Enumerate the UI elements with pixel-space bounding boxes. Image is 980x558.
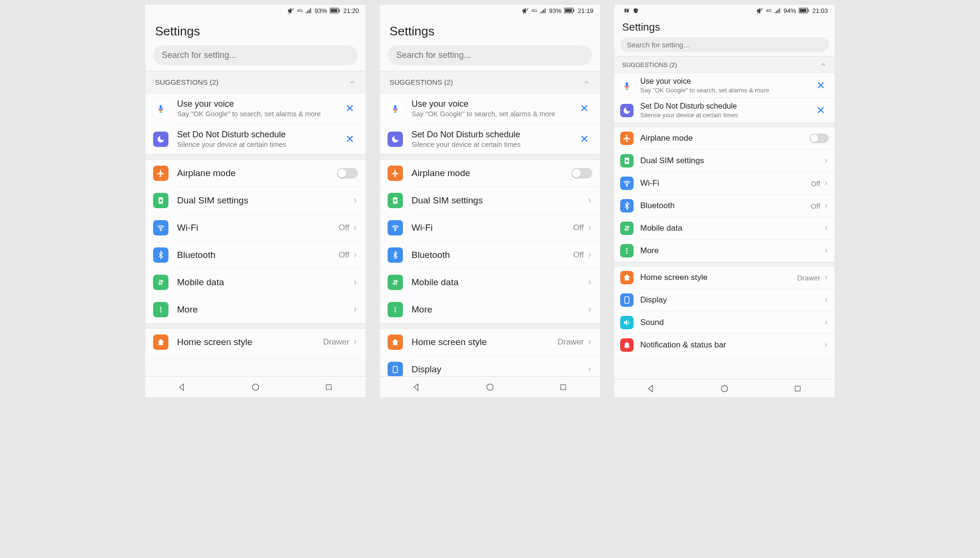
dismiss-button[interactable]: ✕ (576, 131, 592, 147)
battery-icon (798, 7, 810, 14)
nav-home-button[interactable] (719, 383, 730, 394)
suggestion-subtitle: Say "OK Google" to search, set alarms & … (412, 110, 572, 118)
row-label: Notification & status bar (640, 340, 823, 350)
setting-row-airplane[interactable]: Airplane mode (145, 160, 366, 187)
svg-point-29 (626, 248, 628, 249)
setting-row-home[interactable]: Home screen style Drawer (614, 267, 835, 289)
setting-row-more[interactable]: More (380, 296, 600, 323)
chevron-up-icon (819, 61, 827, 68)
moon-icon (153, 132, 168, 147)
setting-row-mobiledata[interactable]: Mobile data (145, 269, 366, 296)
signal-icon (774, 7, 781, 14)
suggestion-item[interactable]: Use your voice Say "OK Google" to search… (380, 93, 600, 123)
suggestion-item[interactable]: Set Do Not Disturb schedule Silence your… (145, 124, 366, 154)
suggestion-item[interactable]: Use your voice Say "OK Google" to search… (614, 73, 835, 98)
suggestion-item[interactable]: Set Do Not Disturb schedule Silence your… (380, 124, 600, 154)
setting-row-bluetooth[interactable]: Bluetooth Off (380, 242, 600, 268)
setting-row-wifi[interactable]: Wi-Fi Off (614, 172, 835, 194)
mute-icon (522, 7, 529, 14)
chevron-right-icon (823, 275, 829, 280)
setting-row-bluetooth[interactable]: Bluetooth Off (145, 242, 366, 268)
page-title: Settings (380, 16, 600, 45)
search-input[interactable] (153, 45, 358, 65)
chevron-right-icon (823, 203, 829, 209)
setting-row-home[interactable]: Home screen style Drawer (145, 329, 366, 356)
setting-row-sim[interactable]: Dual SIM settings (614, 150, 835, 172)
suggestion-subtitle: Say "OK Google" to search, set alarms & … (640, 87, 809, 94)
chevron-right-icon (352, 279, 358, 285)
setting-row-sim[interactable]: Dual SIM settings (380, 187, 600, 214)
sim-icon (620, 154, 634, 167)
signal-icon (305, 7, 312, 14)
toggle-switch[interactable] (810, 134, 829, 143)
nav-back-button[interactable] (177, 382, 188, 392)
sound-icon (620, 316, 634, 329)
toggle-switch[interactable] (571, 168, 592, 179)
navigation-bar (380, 376, 600, 397)
nav-recent-button[interactable] (792, 383, 803, 394)
suggestion-text: Use your voice Say "OK Google" to search… (640, 77, 809, 94)
row-value: Off (573, 223, 584, 233)
nav-back-button[interactable] (412, 382, 422, 392)
chevron-right-icon (352, 252, 358, 258)
suggestion-text: Use your voice Say "OK Google" to search… (177, 99, 338, 118)
nav-home-button[interactable] (485, 382, 495, 392)
setting-row-more[interactable]: More (145, 296, 366, 323)
setting-row-sim[interactable]: Dual SIM settings (145, 187, 366, 214)
setting-row-airplane[interactable]: Airplane mode (614, 127, 835, 149)
nav-home-button[interactable] (250, 382, 261, 392)
dismiss-button[interactable]: ✕ (342, 131, 358, 147)
setting-row-home[interactable]: Home screen style Drawer (380, 329, 600, 356)
dismiss-button[interactable]: ✕ (342, 100, 358, 117)
suggestion-item[interactable]: Use your voice Say "OK Google" to search… (145, 93, 366, 123)
suggestion-subtitle: Silence your device at certain times (640, 112, 809, 119)
setting-row-display[interactable]: Display (614, 289, 835, 311)
svg-point-33 (721, 385, 727, 391)
chevron-right-icon (823, 158, 829, 164)
suggestions-header[interactable]: SUGGESTIONS (2) (145, 71, 366, 93)
setting-row-wifi[interactable]: Wi-Fi Off (380, 214, 600, 241)
setting-row-mobiledata[interactable]: Mobile data (614, 217, 835, 239)
suggestions-header[interactable]: SUGGESTIONS (2) (380, 71, 600, 93)
phone-screenshot: 4G 93% 21:20 Settings SUGGESTIONS (2) Us… (145, 5, 366, 397)
svg-point-21 (487, 384, 493, 390)
search-input[interactable] (388, 45, 592, 65)
setting-row-notif[interactable]: Notification & status bar (614, 334, 835, 356)
dismiss-button[interactable]: ✕ (576, 100, 592, 117)
nav-back-button[interactable] (646, 383, 657, 394)
nav-recent-button[interactable] (558, 382, 568, 392)
suggestions-header[interactable]: SUGGESTIONS (2) (614, 56, 835, 73)
svg-point-17 (395, 307, 396, 308)
setting-row-airplane[interactable]: Airplane mode (380, 160, 600, 187)
search-wrap (145, 45, 366, 71)
setting-row-more[interactable]: More (614, 240, 835, 262)
scroll-area[interactable]: SUGGESTIONS (2) Use your voice Say "OK G… (145, 71, 366, 376)
row-label: Mobile data (412, 277, 587, 288)
chevron-right-icon (823, 297, 829, 303)
svg-rect-1 (331, 9, 337, 12)
moon-icon (620, 104, 634, 117)
setting-row-wifi[interactable]: Wi-Fi Off (145, 214, 366, 241)
svg-point-8 (160, 311, 162, 312)
setting-row-bluetooth[interactable]: Bluetooth Off (614, 195, 835, 217)
setting-row-display[interactable]: Display (380, 356, 600, 376)
chevron-right-icon (352, 339, 358, 345)
suggestion-subtitle: Say "OK Google" to search, set alarms & … (177, 110, 338, 118)
dismiss-button[interactable]: ✕ (813, 102, 829, 119)
suggestion-title: Set Do Not Disturb schedule (640, 102, 809, 111)
suggestion-item[interactable]: Set Do Not Disturb schedule Silence your… (614, 98, 835, 123)
scroll-area[interactable]: SUGGESTIONS (2) Use your voice Say "OK G… (614, 56, 835, 379)
toggle-switch[interactable] (337, 168, 358, 179)
search-input[interactable] (620, 37, 829, 52)
status-bar: 4G 93% 21:20 (145, 5, 366, 16)
search-wrap (380, 45, 600, 71)
scroll-area[interactable]: SUGGESTIONS (2) Use your voice Say "OK G… (380, 71, 600, 376)
airplane-icon (620, 132, 634, 145)
setting-row-sound[interactable]: Sound (614, 312, 835, 334)
nav-recent-button[interactable] (323, 382, 334, 392)
setting-row-mobiledata[interactable]: Mobile data (380, 269, 600, 296)
suggestion-title: Use your voice (640, 77, 809, 86)
signal-icon (539, 7, 546, 14)
phone-screenshot: 4G 94% 21:03 Settings SUGGESTIONS (2) Us… (614, 5, 835, 397)
dismiss-button[interactable]: ✕ (813, 78, 829, 94)
